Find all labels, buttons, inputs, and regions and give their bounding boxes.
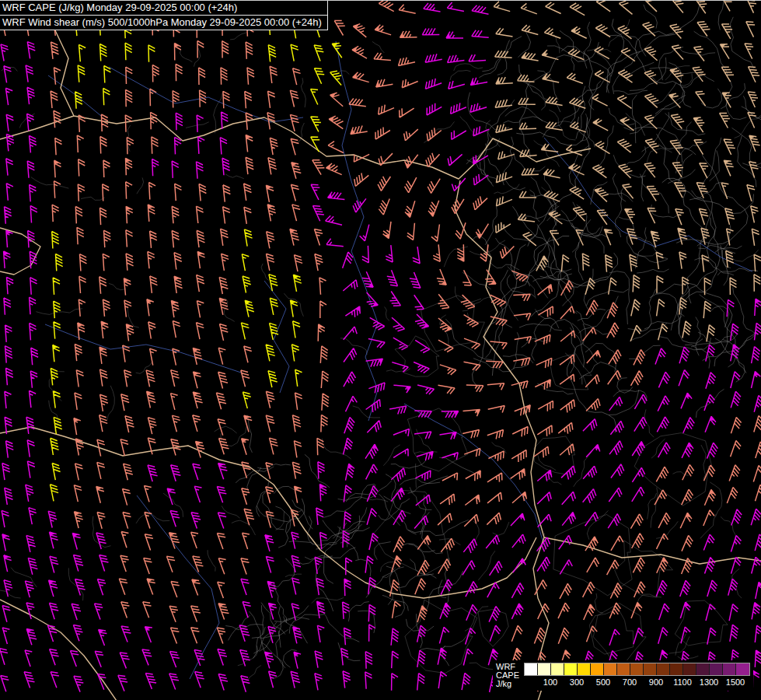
legend-colorbar-area: 100300500700900110013001500 (524, 663, 750, 688)
legend-swatch (538, 663, 551, 675)
wind-barb-pennants (2, 33, 761, 674)
legend-swatch (617, 663, 630, 675)
map-title-cape: WRF CAPE (J/kg) Monday 29-09-2025 00:00 … (0, 1, 327, 16)
district-border-loops (373, 296, 728, 674)
legend-swatch (670, 663, 683, 675)
legend-swatch (683, 663, 696, 675)
legend-tick-label: 300 (570, 677, 584, 687)
legend-tick-label: 100 (543, 677, 557, 687)
legend-tick-label: 700 (623, 677, 637, 687)
legend-swatch (723, 663, 736, 675)
legend-swatch (657, 663, 670, 675)
legend-swatch (525, 663, 538, 675)
legend-swatch (604, 663, 617, 675)
legend-unit-label: J/kg (496, 680, 519, 688)
legend-swatch (564, 663, 578, 675)
legend-swatch (578, 663, 591, 675)
legend-tick-row: 100300500700900110013001500 (524, 677, 750, 688)
legend-tick-label: 1300 (700, 677, 718, 687)
legend-swatch (696, 663, 710, 675)
legend-tick-label: 500 (596, 677, 610, 687)
legend-swatch (551, 663, 564, 675)
legend-swatch (644, 663, 657, 675)
legend-label-column: WRF CAPE J/kg (496, 663, 524, 688)
legend-swatch (630, 663, 644, 675)
wind-barbs (494, 1, 761, 341)
cape-legend: WRF CAPE J/kg 10030050070090011001300150… (493, 660, 753, 691)
map-title-windshear: WRF Wind shear (m/s) 500/1000hPa Monday … (0, 16, 327, 30)
legend-colorbar (524, 663, 750, 676)
legend-tick-label: 1100 (673, 677, 692, 687)
map-canvas (0, 1, 761, 700)
weather-map-app: WRF CAPE (J/kg) Monday 29-09-2025 00:00 … (0, 0, 761, 700)
legend-tick-label: 1500 (726, 677, 745, 687)
legend-swatch (591, 663, 604, 675)
legend-swatch (710, 663, 723, 675)
legend-tick-label: 900 (649, 677, 663, 687)
map-title-block: WRF CAPE (J/kg) Monday 29-09-2025 00:00 … (0, 1, 328, 30)
legend-swatch (736, 663, 749, 675)
